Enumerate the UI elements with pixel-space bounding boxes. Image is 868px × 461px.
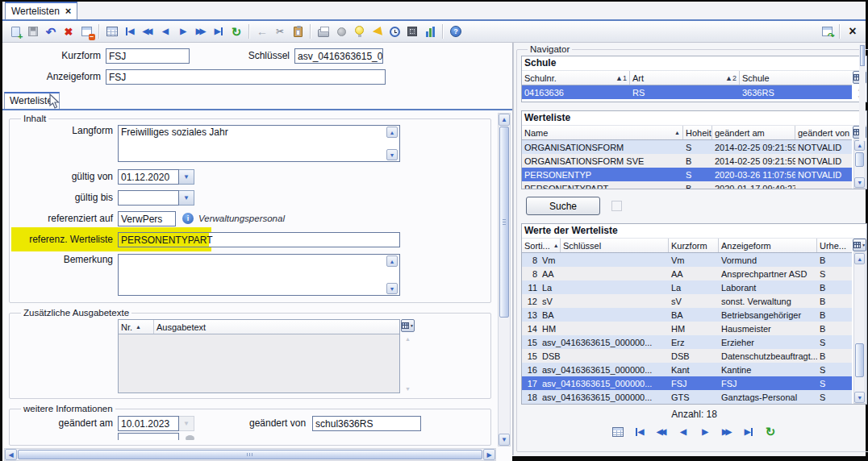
scroll-down-icon[interactable]: ▼ <box>499 434 510 446</box>
suche-checkbox[interactable] <box>611 201 622 211</box>
werteliste-row[interactable]: ORGANISATIONSFORM SVE B 2014-02-25 09:21… <box>522 154 852 168</box>
cut-button[interactable]: ✂ <box>271 23 289 40</box>
nav-forward-button[interactable]: ▶ <box>696 423 714 440</box>
notification-button[interactable] <box>368 23 386 40</box>
werte-row[interactable]: 15 DSB DSB Datenschutzbeauftragt... B <box>522 349 852 363</box>
detach-button[interactable] <box>818 23 836 40</box>
langform-textarea[interactable]: Freiwilliges soziales Jahr ▲ ▼ <box>118 125 400 162</box>
werte-scrollbar[interactable]: ▲ ▼ <box>853 252 866 404</box>
undo-button[interactable]: ↶ <box>42 23 60 40</box>
nav-last-button[interactable]: ▶ <box>210 23 227 40</box>
tab-close-icon[interactable]: × <box>65 7 72 15</box>
column-header-kurzform[interactable]: Kurzform <box>669 239 719 252</box>
tab-wertelisten[interactable]: Wertelisten × <box>5 2 77 19</box>
record-button[interactable] <box>332 23 350 40</box>
nav-fast-forward-button[interactable]: ▶▶ <box>718 423 736 440</box>
werte-row[interactable]: 14 HM HM Hausmeister B <box>522 322 852 335</box>
nav-forward-button[interactable]: ▶ <box>174 23 192 40</box>
column-header-geaendert-von[interactable]: geändert von <box>795 126 852 139</box>
help-button[interactable]: ? <box>447 23 465 40</box>
scroll-down-icon[interactable]: ▼ <box>854 392 865 403</box>
ausgabetexte-table-body[interactable] <box>119 334 399 392</box>
werteliste-row[interactable]: PERSONENTYP S 2020-03-26 11:07:56... NOT… <box>522 168 852 181</box>
werte-row[interactable]: 12 sV sV sonst. Verwaltung B <box>522 294 852 308</box>
nav-fast-back-button[interactable]: ◀◀ <box>139 23 156 40</box>
column-header-urheber[interactable]: Urhe... <box>817 239 852 252</box>
print-button[interactable] <box>315 23 332 40</box>
scroll-up-icon[interactable]: ▲ <box>854 140 865 151</box>
refresh-button[interactable]: ↻ <box>762 423 779 440</box>
selection-button[interactable] <box>403 23 421 40</box>
table-config-button[interactable] <box>853 239 866 251</box>
column-header-nr[interactable]: Nr.▲ <box>119 320 154 334</box>
column-header-anzeigeform[interactable]: Anzeigeform <box>719 239 817 252</box>
anzeigeform-input[interactable]: FSJ <box>106 69 386 85</box>
werte-row[interactable]: 17 asv_0416363615_000000... FSJ FSJ S <box>522 376 852 390</box>
bemerkung-textarea[interactable]: ▲ ▼ <box>118 254 400 296</box>
column-header-ausgabetext[interactable]: Ausgabetext <box>154 320 399 334</box>
referenziert-auf-input[interactable]: VerwPers <box>118 211 176 226</box>
table-view-button[interactable] <box>103 23 121 40</box>
right-panel-scrollbar[interactable] <box>859 44 866 141</box>
column-header-hoheit[interactable]: Hoheit <box>683 126 712 139</box>
column-header-schluessel[interactable]: Schlüssel <box>561 239 669 252</box>
nav-last-button[interactable]: ▶ <box>740 423 757 440</box>
new-record-button[interactable] <box>6 23 24 40</box>
nav-back-button[interactable]: ◀ <box>674 423 692 440</box>
werte-row[interactable]: 8 Vm Vm Vormund B <box>522 253 852 267</box>
referenz-werteliste-input[interactable]: PERSONENTYPART <box>118 232 400 247</box>
column-header-geaendert-am[interactable]: geändert am <box>712 126 795 139</box>
column-header-schulnr[interactable]: Schulnr.▲1 <box>522 71 630 85</box>
save-button[interactable] <box>24 23 42 40</box>
schule-row[interactable]: 04163636 RS 3636RS <box>522 85 852 99</box>
nav-fast-back-button[interactable]: ◀◀ <box>653 423 670 440</box>
close-view-button[interactable]: × <box>844 23 862 40</box>
werte-row[interactable]: 15 asv_0416363615_000000... Erz Erzieher… <box>522 335 852 349</box>
werteliste-scrollbar[interactable]: ▲ ▼ <box>853 139 866 189</box>
werte-row[interactable]: 11 La La Laborant B <box>522 280 852 294</box>
remove-form-button[interactable] <box>77 23 95 40</box>
gueltig-von-combobox[interactable]: 01.12.2020 ▼ <box>118 169 194 185</box>
werte-row[interactable]: 18 asv_0416363615_000000... GTS Ganztags… <box>522 390 852 404</box>
scroll-up-icon[interactable]: ▲ <box>386 255 398 267</box>
schluessel-input[interactable]: asv_0416363615_00 <box>294 48 383 64</box>
left-vertical-scrollbar[interactable]: ▲ ▼ <box>498 113 511 446</box>
scrollbar-thumb[interactable] <box>18 450 482 459</box>
nav-fast-forward-button[interactable]: ▶▶ <box>192 23 210 40</box>
column-header-sortierung[interactable]: Sorti...▲ <box>522 239 561 252</box>
reminder-button[interactable] <box>386 23 403 40</box>
column-header-name[interactable]: Name▲ <box>522 126 683 139</box>
dropdown-arrow-icon[interactable]: ▼ <box>179 169 194 185</box>
refresh-button[interactable]: ↻ <box>227 23 245 40</box>
history-back-button[interactable]: ← <box>253 23 271 40</box>
paste-button[interactable] <box>289 23 307 40</box>
scroll-down-icon[interactable]: ▼ <box>386 149 398 160</box>
scroll-up-icon[interactable]: ▲ <box>386 127 398 138</box>
werte-row[interactable]: 13 BA BA Betriebsangehöriger B <box>522 308 852 322</box>
dropdown-arrow-icon[interactable]: ▼ <box>179 190 194 206</box>
nav-back-button[interactable]: ◀ <box>156 23 174 40</box>
nav-first-button[interactable]: ◀ <box>631 423 649 440</box>
info-icon[interactable]: i <box>182 213 194 224</box>
scrollbar-thumb[interactable] <box>855 152 864 167</box>
werteliste-row[interactable]: ORGANISATIONSFORM S 2014-02-25 09:21:59.… <box>522 140 852 154</box>
column-header-art[interactable]: Art▲2 <box>630 71 740 85</box>
scroll-up-icon[interactable]: ▲ <box>499 114 510 126</box>
column-header-schule[interactable]: Schule <box>740 71 852 85</box>
delete-button[interactable]: ✖ <box>60 23 77 40</box>
scroll-down-icon[interactable]: ▼ <box>386 283 398 294</box>
scroll-left-icon[interactable]: ◀ <box>5 449 17 460</box>
werte-row[interactable]: 16 asv_0416363615_000000... Kant Kantine… <box>522 363 852 376</box>
gueltig-bis-combobox[interactable]: ▼ <box>118 190 194 206</box>
suche-button[interactable]: Suche <box>526 197 600 215</box>
werte-row[interactable]: 8 AA AA Ansprechpartner ASD S <box>522 267 852 280</box>
nav-first-button[interactable]: ◀ <box>121 23 139 40</box>
table-config-button[interactable] <box>401 319 415 332</box>
scrollbar-thumb[interactable] <box>860 45 865 66</box>
werteliste-row[interactable]: PERSONENTYPART B 2020-01-17 09:49:27 <box>522 181 852 189</box>
scrollbar-thumb[interactable] <box>499 127 509 318</box>
hint-button[interactable] <box>350 23 368 40</box>
scroll-down-icon[interactable]: ▼ <box>854 177 865 188</box>
scrollbar-thumb[interactable] <box>855 343 864 377</box>
statistics-button[interactable] <box>421 23 439 40</box>
